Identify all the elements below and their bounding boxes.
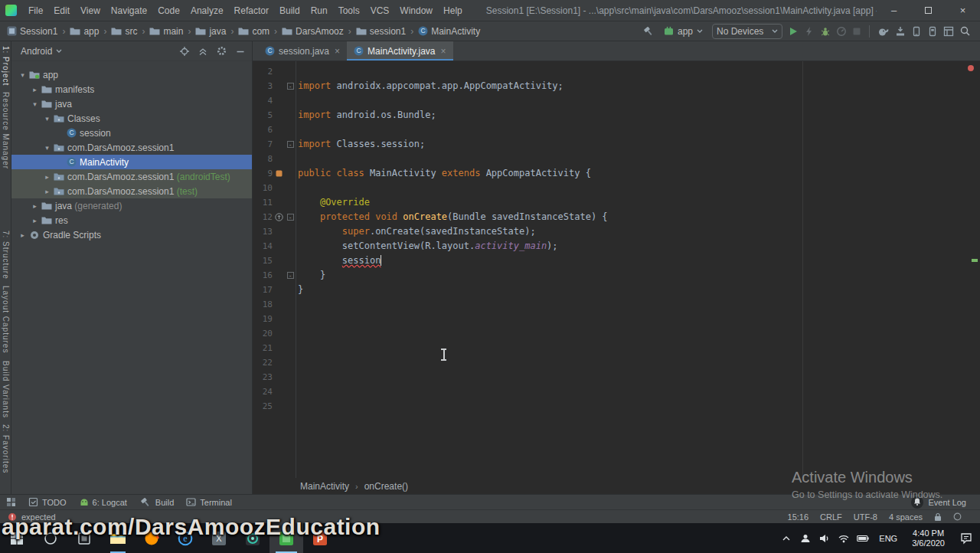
- code-line-21[interactable]: 21: [253, 341, 980, 355]
- tree-item-res[interactable]: ▸res: [11, 213, 252, 227]
- tool-strip-resource-manager[interactable]: Resource Manager: [2, 92, 10, 169]
- clock[interactable]: 4:40 PM 3/6/2020: [912, 528, 945, 548]
- menu-tools[interactable]: Tools: [333, 0, 365, 21]
- tree-expander-icon[interactable]: ▾: [18, 71, 28, 79]
- project-view-selector[interactable]: Android: [21, 46, 62, 57]
- tree-item-gradle-scripts[interactable]: ▸Gradle Scripts: [11, 227, 252, 242]
- settings-gear-icon[interactable]: [216, 45, 227, 57]
- menu-build[interactable]: Build: [274, 0, 305, 21]
- code-line-23[interactable]: 23: [253, 370, 980, 384]
- collapse-all-icon[interactable]: [198, 46, 208, 57]
- code-line-25[interactable]: 25: [253, 399, 980, 414]
- menu-edit[interactable]: Edit: [48, 0, 75, 21]
- tray-network-icon[interactable]: [834, 534, 853, 543]
- search-everywhere-icon[interactable]: [959, 25, 971, 37]
- code-line-2[interactable]: 2: [253, 64, 980, 79]
- code-line-8[interactable]: 8: [253, 152, 980, 166]
- indent-style[interactable]: 4 spaces: [889, 512, 923, 522]
- device-select[interactable]: No Devices: [712, 24, 782, 39]
- tool-strip-build-variants[interactable]: Build Variants: [2, 361, 10, 418]
- tree-item-manifests[interactable]: ▸manifests: [11, 82, 252, 97]
- tool-strip-2-favorites[interactable]: 2: Favorites: [2, 424, 10, 473]
- menu-code[interactable]: Code: [152, 0, 185, 21]
- breadcrumb-item-com[interactable]: com: [237, 26, 270, 37]
- tree-item-mainactivity[interactable]: CMainActivity: [11, 155, 252, 169]
- menu-analyze[interactable]: Analyze: [185, 0, 229, 21]
- stop-icon[interactable]: [852, 27, 861, 36]
- code-line-15[interactable]: 15 session: [253, 254, 980, 268]
- code-line-18[interactable]: 18: [253, 297, 980, 312]
- profile-icon[interactable]: [836, 26, 847, 37]
- run-config-select[interactable]: app: [660, 24, 707, 39]
- tree-expander-icon[interactable]: ▾: [42, 115, 52, 123]
- language-indicator[interactable]: ENG: [879, 534, 897, 543]
- code-line-7[interactable]: 7-import Classes.session;: [253, 137, 980, 152]
- code-line-5[interactable]: 5import android.os.Bundle;: [253, 108, 980, 123]
- menu-navigate[interactable]: Navigate: [106, 0, 152, 21]
- tree-item-java-generated[interactable]: ▸java (generated): [11, 198, 252, 213]
- tool-strip-1-project[interactable]: 1: Project: [2, 46, 10, 86]
- tool-window-button-todo[interactable]: TODO: [28, 496, 67, 509]
- tree-item-java[interactable]: ▾java: [11, 97, 252, 111]
- action-center-button[interactable]: [952, 523, 980, 553]
- tree-item-session[interactable]: Csession: [11, 126, 252, 140]
- fold-marker-icon[interactable]: -: [285, 141, 296, 148]
- line-separator[interactable]: CRLF: [820, 512, 842, 522]
- tray-people-icon[interactable]: [795, 534, 815, 543]
- code-line-6[interactable]: 6: [253, 123, 980, 137]
- code-line-10[interactable]: 10: [253, 181, 980, 195]
- tray-battery-icon[interactable]: [853, 534, 872, 543]
- file-encoding[interactable]: UTF-8: [854, 512, 877, 522]
- menu-file[interactable]: File: [23, 0, 48, 21]
- tree-expander-icon[interactable]: ▾: [42, 144, 52, 152]
- tree-expander-icon[interactable]: ▸: [42, 188, 52, 195]
- tree-expander-icon[interactable]: ▸: [18, 231, 28, 239]
- breadcrumb-item-darsamooz[interactable]: DarsAmooz: [281, 26, 345, 37]
- event-log-button[interactable]: Event Log: [911, 496, 966, 509]
- menu-help[interactable]: Help: [438, 0, 468, 21]
- tab-session-java[interactable]: Csession.java×: [258, 41, 347, 61]
- tool-window-button-build[interactable]: Build: [139, 496, 174, 509]
- device-file-explorer-icon[interactable]: [927, 26, 938, 37]
- close-button[interactable]: ×: [946, 0, 980, 21]
- tree-expander-icon[interactable]: ▸: [30, 86, 40, 93]
- tree-item-com-darsamooz-session1-androidtest[interactable]: ▸com.DarsAmooz.session1 (androidTest): [11, 169, 252, 184]
- code-editor[interactable]: 23-import androidx.appcompat.app.AppComp…: [253, 61, 980, 478]
- maximize-button[interactable]: [911, 0, 946, 21]
- indicator-icon[interactable]: [953, 512, 962, 521]
- override-gutter-icon[interactable]: [273, 213, 285, 221]
- tree-item-com-darsamooz-session1[interactable]: ▾com.DarsAmooz.session1: [11, 140, 252, 155]
- tree-item-com-darsamooz-session1-test[interactable]: ▸com.DarsAmooz.session1 (test): [11, 184, 252, 198]
- apply-changes-icon[interactable]: [804, 26, 815, 37]
- breadcrumb-item-session1[interactable]: session1: [355, 26, 407, 37]
- menu-vcs[interactable]: VCS: [365, 0, 395, 21]
- tree-item-classes[interactable]: ▾Classes: [11, 111, 252, 126]
- close-tab-icon[interactable]: ×: [441, 47, 446, 56]
- code-line-11[interactable]: 11 @Override: [253, 195, 980, 210]
- menu-run[interactable]: Run: [305, 0, 333, 21]
- code-line-19[interactable]: 19: [253, 312, 980, 326]
- minimize-button[interactable]: –: [877, 0, 911, 21]
- breadcrumb-item-java[interactable]: java: [194, 26, 227, 37]
- tree-expander-icon[interactable]: ▸: [42, 173, 52, 181]
- debug-icon[interactable]: [820, 26, 831, 37]
- tree-expander-icon[interactable]: ▸: [30, 217, 40, 224]
- code-line-17[interactable]: 17}: [253, 283, 980, 297]
- sync-gradle-icon[interactable]: [877, 26, 890, 37]
- code-line-13[interactable]: 13 super.onCreate(savedInstanceState);: [253, 224, 980, 239]
- menu-view[interactable]: View: [75, 0, 106, 21]
- caret-position[interactable]: 15:16: [788, 512, 809, 522]
- breadcrumb-item-app[interactable]: app: [69, 26, 100, 37]
- close-tab-icon[interactable]: ×: [335, 47, 340, 56]
- breadcrumb-item-src[interactable]: src: [110, 26, 138, 37]
- layout-inspector-icon[interactable]: [943, 26, 954, 37]
- tree-item-app[interactable]: ▾app: [11, 67, 252, 82]
- hide-panel-icon[interactable]: [235, 46, 246, 57]
- code-line-16[interactable]: 16- }: [253, 268, 980, 283]
- code-line-24[interactable]: 24: [253, 384, 980, 399]
- editor-breadcrumb-oncreate[interactable]: onCreate(): [364, 481, 408, 492]
- tab-mainactivity-java[interactable]: CMainActivity.java×: [347, 41, 453, 61]
- lock-icon[interactable]: [934, 512, 942, 522]
- breadcrumb-item-main[interactable]: main: [149, 26, 184, 37]
- menu-window[interactable]: Window: [394, 0, 438, 21]
